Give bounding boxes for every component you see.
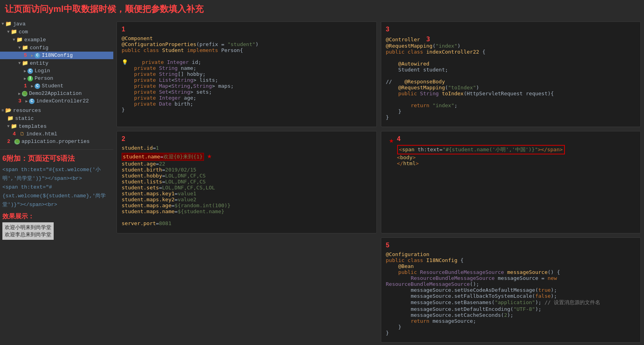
icon-c-indexcontroller: C	[29, 98, 35, 104]
arrow-example: ▼	[13, 38, 15, 42]
block2-number: 2	[122, 135, 372, 143]
block1-code: @Component @ConfigurationProperties(pref…	[122, 35, 372, 113]
folder-icon-templates: 📁	[11, 123, 17, 129]
icon-c-i18nconfig: C	[35, 53, 40, 58]
badge-indexhtml: 4	[13, 131, 18, 137]
block2-code: student.id=1 student.name=欢迎{0}来到{1}★ st…	[122, 145, 372, 226]
label-indexhtml: index.html	[26, 131, 57, 137]
block1-number: 1	[122, 26, 372, 33]
sidebar-item-entity[interactable]: ▼ 📁 entity	[0, 59, 113, 67]
block4-number: 4	[397, 135, 565, 143]
label-student: Student	[42, 83, 64, 89]
sidebar-item-static[interactable]: 📁 static	[0, 114, 113, 122]
sidebar-item-indexcontroller[interactable]: 3 ▶ C indexController22	[0, 97, 113, 105]
effect-line-1: 欢迎小明来到尚学堂	[5, 224, 51, 231]
sidebar-item-example[interactable]: ▼ 📁 example	[0, 36, 113, 44]
label-person: Person	[35, 75, 53, 81]
star-icon-block4: ★	[389, 135, 394, 145]
label-entity: entity	[30, 60, 48, 66]
arrow-templates: ▼	[7, 124, 10, 129]
label-resources: resources	[13, 108, 41, 114]
arrow-login: ▶	[24, 69, 26, 73]
addon-code: <span th:text="#{sxt.welcome('小明','尚学堂')…	[2, 166, 111, 209]
arrow-demo22: ▶	[18, 91, 21, 96]
label-appprops: application.properties	[21, 139, 90, 145]
arrow-entity: ▼	[18, 61, 21, 66]
block5-code: @Configuration public class I18NConfig {…	[386, 251, 636, 336]
code-block-1: 1 @Component @ConfigurationProperties(pr…	[116, 21, 377, 127]
badge-student: 1	[24, 83, 29, 89]
label-demo22: Demo22Application	[29, 91, 82, 96]
arrow-student: ▶	[31, 84, 33, 89]
block3-code: @Controller 3 @RequestMapping("index") p…	[386, 35, 636, 120]
label-java: java	[13, 21, 25, 27]
folder-icon-entity: 📁	[22, 60, 28, 66]
block5-number: 5	[386, 242, 636, 249]
icon-i-person: I	[27, 76, 33, 81]
addon-code-line-2: <span th:text="#{sxt.welcome(${student.n…	[2, 183, 111, 209]
icon-html-indexhtml: 🗋	[20, 131, 25, 137]
label-com: com	[19, 29, 28, 35]
badge-appprops: 2	[7, 139, 13, 145]
sidebar-item-person[interactable]: ▶ I Person	[0, 75, 113, 82]
badge-i18nconfig: 5	[24, 52, 29, 58]
arrow-i18nconfig: ▶	[31, 53, 33, 58]
addon-code-line-1: <span th:text="#{sxt.welcome('小明','尚学堂')…	[2, 166, 111, 183]
folder-icon-com: 📁	[11, 29, 17, 35]
arrow-indexcontroller: ▶	[25, 99, 28, 104]
arrow-config: ▼	[18, 46, 21, 50]
arrow-resources: ≡	[2, 108, 4, 113]
sidebar-item-java[interactable]: ▼ 📁 java	[0, 20, 113, 28]
folder-icon-resources: 📂	[5, 107, 12, 114]
sidebar-item-com[interactable]: ▼ 📁 com	[0, 28, 113, 36]
folder-icon-static: 📁	[7, 115, 14, 121]
block4-code: <span th:text="#{student.name('小明','中国')…	[397, 145, 565, 166]
folder-icon-java: 📁	[5, 21, 12, 27]
code-block-2: 2 student.id=1 student.name=欢迎{0}来到{1}★ …	[116, 131, 377, 233]
sidebar-item-student[interactable]: 1 ▶ C Student	[0, 82, 113, 90]
sidebar-item-indexhtml[interactable]: 4 🗋 index.html	[0, 130, 113, 138]
label-i18nconfig: I18NConfig	[42, 52, 73, 58]
icon-spring-appprops: 🌿	[14, 139, 20, 145]
arrow-person: ▶	[24, 76, 26, 81]
label-static: static	[15, 116, 34, 121]
sidebar: ▼ 📁 java ▼ 📁 com ▼ 📁 example ▼ 📁 config …	[0, 18, 113, 345]
icon-c-student: C	[35, 83, 40, 89]
folder-icon-config: 📁	[22, 44, 28, 51]
effect-heading: 效果展示：	[2, 212, 111, 221]
arrow-com: ▼	[7, 30, 10, 34]
icon-spring-demo22: 🌿	[22, 91, 27, 96]
folder-icon-example: 📁	[16, 37, 23, 43]
code-block-4: ★ 4 <span th:text="#{student.name('小明','…	[381, 131, 641, 233]
top-heading: 让页面访问yml中取数据时候，顺便把参数填入补充	[0, 0, 644, 18]
sidebar-item-appprops[interactable]: 2 🌿 application.properties	[0, 138, 113, 145]
code-block-3: 3 @Controller 3 @RequestMapping("index")…	[381, 21, 641, 127]
arrow-java: ▼	[2, 22, 4, 26]
sidebar-item-resources[interactable]: ≡ 📂 resources	[0, 106, 113, 114]
addon-heading: 6附加：页面还可$语法	[2, 154, 111, 163]
label-indexcontroller: indexController22	[36, 98, 89, 104]
sidebar-item-config[interactable]: ▼ 📁 config	[0, 44, 113, 52]
label-login: Login	[35, 68, 50, 74]
icon-c-login: C	[27, 68, 33, 74]
label-config: config	[30, 45, 48, 51]
label-templates: templates	[19, 123, 47, 129]
sidebar-item-login[interactable]: ▶ C Login	[0, 67, 113, 75]
sidebar-item-templates[interactable]: ▼ 📁 templates	[0, 122, 113, 130]
effect-display: 欢迎小明来到尚学堂 欢迎李总来到尚学堂	[2, 222, 54, 240]
code-block-5: 5 @Configuration public class I18NConfig…	[381, 237, 641, 343]
block3-number: 3	[386, 26, 636, 33]
effect-line-2: 欢迎李总来到尚学堂	[5, 231, 51, 238]
sidebar-item-i18nconfig[interactable]: 5 ▶ C I18NConfig	[0, 52, 113, 59]
sidebar-item-demo22[interactable]: ▶ 🌿 Demo22Application	[0, 90, 113, 97]
label-example: example	[24, 37, 46, 43]
badge-indexcontroller: 3	[18, 98, 24, 104]
